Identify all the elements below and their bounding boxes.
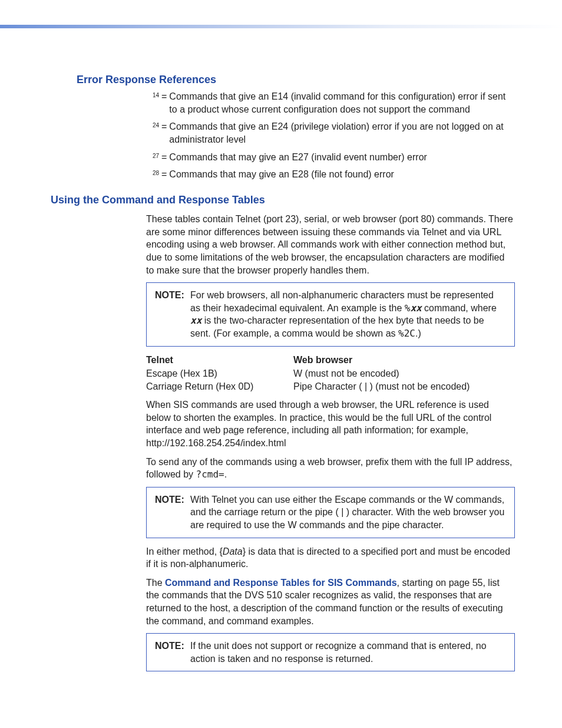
- code-pct2c: %2C: [398, 328, 415, 339]
- telnet-web-table: Telnet Escape (Hex 1B) Carriage Return (…: [146, 354, 515, 393]
- p5a: The: [146, 578, 165, 588]
- note-text: For web browsers, all non-alphanumeric c…: [190, 289, 506, 340]
- data-italic: Data: [223, 546, 243, 556]
- page-content: Error Response References 14 = Commands …: [0, 28, 562, 702]
- heading-error-response-references: Error Response References: [77, 73, 515, 87]
- note-part-c: is the two-character representation of t…: [190, 315, 484, 338]
- error-refs-block: 14 = Commands that give an E14 (invalid …: [146, 90, 515, 181]
- note-label: NOTE:: [155, 289, 190, 302]
- ref-eq: =: [161, 168, 169, 181]
- data-encoding-paragraph: In either method, {Data} is data that is…: [146, 545, 515, 571]
- ref-text: Commands that give an E14 (invalid comma…: [169, 90, 515, 116]
- note-hex-encoding: NOTE: For web browsers, all non-alphanum…: [146, 282, 515, 346]
- page-footer: DVS 510 Series • Remote Configuration an…: [0, 702, 562, 728]
- ref-eq: =: [161, 151, 169, 164]
- p3b: .: [224, 469, 227, 479]
- telnet-row-cr: Carriage Return (Hex 0D): [146, 380, 293, 393]
- ref-27: 27 = Commands that may give an E27 (inva…: [146, 151, 515, 164]
- ref-sup: 27: [146, 151, 161, 160]
- webbrowser-column: Web browser W (must not be encoded) Pipe…: [293, 354, 515, 393]
- ref-sup: 14: [146, 90, 161, 100]
- web-row-w: W (must not be encoded): [293, 367, 515, 380]
- ref-sup: 28: [146, 168, 161, 177]
- web-header: Web browser: [293, 354, 515, 367]
- ref-eq: =: [161, 120, 169, 133]
- note-part-b: command, where: [422, 303, 497, 313]
- ref-14: 14 = Commands that give an E14 (invalid …: [146, 90, 515, 116]
- code-xx: xx: [410, 302, 421, 314]
- note-text: With Telnet you can use either the Escap…: [190, 493, 506, 532]
- ref-eq: =: [161, 90, 169, 103]
- telnet-row-escape: Escape (Hex 1B): [146, 367, 293, 380]
- p4a: In either method, {: [146, 546, 223, 556]
- note-label: NOTE:: [155, 640, 190, 653]
- intro-paragraph: These tables contain Telnet (port 23), s…: [146, 213, 515, 276]
- tables-link-paragraph: The Command and Response Tables for SIS …: [146, 577, 515, 627]
- ref-text: Commands that may give an E28 (file not …: [169, 168, 515, 181]
- ref-24: 24 = Commands that give an E24 (privileg…: [146, 120, 515, 146]
- code-pct-xx: %: [405, 302, 411, 314]
- command-response-tables-link[interactable]: Command and Response Tables for SIS Comm…: [165, 578, 397, 588]
- telnet-header: Telnet: [146, 354, 293, 367]
- cmd-prefix-paragraph: To send any of the commands using a web …: [146, 456, 515, 481]
- note-part-d: .): [415, 328, 421, 338]
- note-text: If the unit does not support or recogniz…: [190, 640, 506, 665]
- ref-sup: 24: [146, 120, 161, 130]
- ref-28: 28 = Commands that may give an E28 (file…: [146, 168, 515, 181]
- ref-text: Commands that may give an E27 (invalid e…: [169, 151, 515, 164]
- heading-using-command-response-tables: Using the Command and Response Tables: [51, 193, 515, 207]
- code-xx2: xx: [190, 315, 201, 326]
- ref-text: Commands that give an E24 (privilege vio…: [169, 120, 515, 146]
- note-telnet-vs-web: NOTE: With Telnet you can use either the…: [146, 487, 515, 538]
- note-unsupported-command: NOTE: If the unit does not support or re…: [146, 633, 515, 671]
- code-cmd: ?cmd=: [196, 469, 224, 480]
- web-row-pipe: Pipe Character ( | ) (must not be encode…: [293, 380, 515, 393]
- url-reference-paragraph: When SIS commands are used through a web…: [146, 398, 515, 449]
- telnet-column: Telnet Escape (Hex 1B) Carriage Return (…: [146, 354, 293, 393]
- note-label: NOTE:: [155, 493, 190, 506]
